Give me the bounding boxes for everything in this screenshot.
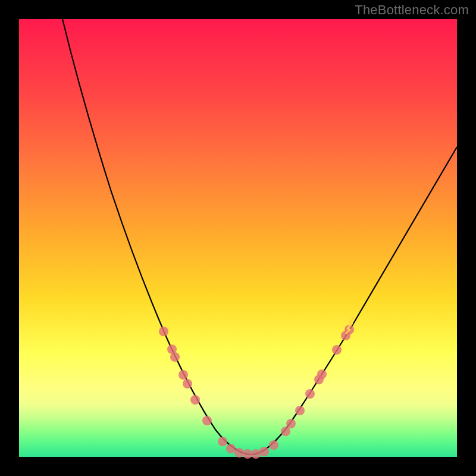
dot bbox=[243, 449, 252, 459]
dot bbox=[295, 406, 305, 415]
dot bbox=[259, 447, 269, 456]
chart-frame: TheBottleneck.com bbox=[0, 0, 476, 476]
chart-overlay-svg bbox=[19, 19, 457, 457]
curve-dots bbox=[159, 325, 354, 459]
dot bbox=[218, 437, 227, 446]
dot bbox=[286, 419, 296, 428]
dot bbox=[305, 389, 315, 399]
chart-plot-area bbox=[19, 19, 457, 457]
dot bbox=[269, 440, 278, 450]
dot bbox=[317, 369, 327, 379]
bottleneck-curve bbox=[62, 19, 457, 455]
dot bbox=[190, 395, 200, 405]
dot bbox=[226, 444, 236, 453]
dot bbox=[251, 449, 261, 459]
dot bbox=[332, 345, 342, 355]
watermark-text: TheBottleneck.com bbox=[355, 2, 469, 18]
dot bbox=[234, 448, 244, 458]
dot bbox=[281, 427, 290, 436]
dot bbox=[170, 352, 180, 362]
dot bbox=[183, 379, 192, 389]
dot bbox=[159, 327, 168, 336]
dot bbox=[178, 370, 188, 380]
dot bbox=[202, 416, 212, 425]
